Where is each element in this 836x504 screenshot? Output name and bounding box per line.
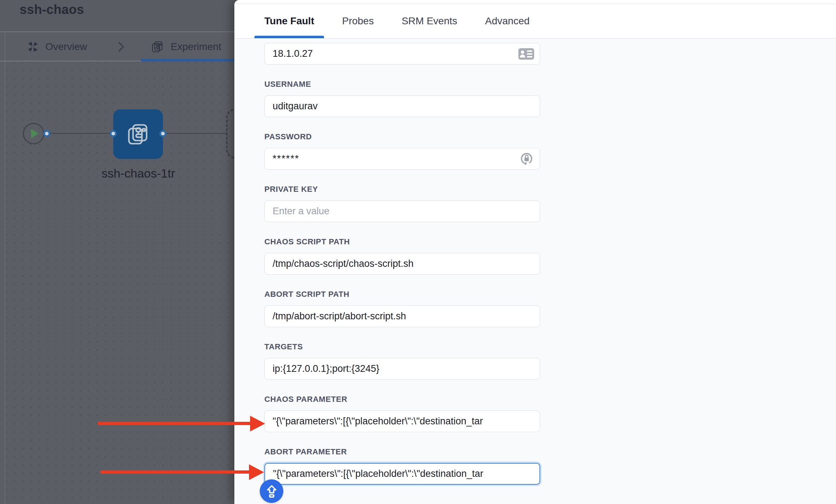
abort-parameter-label: ABORT PARAMETER [264, 448, 540, 456]
password-reset-icon[interactable] [519, 151, 534, 167]
password-input[interactable] [264, 148, 540, 170]
chevron-right-icon [118, 41, 124, 52]
annotation-arrow-abort-parameter-head [249, 464, 264, 480]
chaos-parameter-field-row [264, 410, 540, 432]
targets-input[interactable] [264, 358, 540, 380]
annotation-arrow-chaos-parameter-line [98, 422, 251, 425]
abort-parameter-field-row [264, 463, 540, 485]
contact-card-icon[interactable] [518, 48, 534, 60]
tab-srm-events[interactable]: SRM Events [392, 4, 467, 38]
experiment-cards-icon [151, 40, 164, 54]
pipeline-start-node[interactable] [23, 123, 44, 144]
abort-script-path-field-row [264, 305, 540, 327]
play-icon [31, 129, 39, 138]
page-title: ssh-chaos [20, 2, 84, 17]
host-field-row [264, 43, 540, 65]
username-field-row [264, 95, 540, 117]
upload-arrow-icon [266, 485, 278, 498]
breadcrumb-experiment[interactable]: Experiment [151, 40, 222, 54]
password-label: PASSWORD [264, 133, 540, 141]
drawer-tabbar: Tune Fault Probes SRM Events Advanced [234, 4, 836, 39]
start-out-port [43, 130, 50, 137]
username-input[interactable] [264, 95, 540, 117]
tab-probes[interactable]: Probes [332, 4, 384, 38]
node-label: ssh-chaos-1tr [88, 166, 188, 180]
host-input[interactable] [264, 43, 540, 65]
tune-fault-form: USERNAME PASSWORD PRIVATE KEY CHAOS SCRI… [234, 39, 836, 485]
abort-script-path-label: ABORT SCRIPT PATH [264, 290, 540, 298]
edge-start-to-node [45, 133, 113, 134]
fault-node-ssh-chaos[interactable] [113, 109, 163, 159]
apply-changes-button[interactable] [260, 479, 283, 503]
abort-parameter-input[interactable] [264, 463, 540, 485]
fault-node-cards-icon [126, 122, 151, 147]
node-in-port [110, 130, 117, 137]
breadcrumb-overview-label: Overview [45, 41, 87, 53]
tab-advanced[interactable]: Advanced [475, 4, 540, 38]
chaos-script-path-field-row [264, 253, 540, 275]
edge-node-to-add [163, 133, 226, 134]
annotation-arrow-chaos-parameter-head [250, 416, 265, 431]
abort-script-path-input[interactable] [264, 305, 540, 327]
targets-label: TARGETS [264, 343, 540, 351]
overview-pinwheel-icon [27, 41, 39, 53]
username-label: USERNAME [264, 80, 540, 88]
private-key-field-row [264, 200, 540, 222]
password-field-row [264, 148, 540, 170]
private-key-input[interactable] [264, 200, 540, 222]
drawer-top-strip [234, 0, 836, 4]
node-out-port [159, 130, 166, 137]
chaos-parameter-label: CHAOS PARAMETER [264, 395, 540, 403]
breadcrumb-overview[interactable]: Overview [27, 41, 87, 53]
targets-field-row [264, 358, 540, 380]
chaos-script-path-input[interactable] [264, 253, 540, 275]
chaos-parameter-input[interactable] [264, 410, 540, 432]
active-breadcrumb-underline [141, 59, 244, 61]
private-key-label: PRIVATE KEY [264, 185, 540, 193]
annotation-arrow-abort-parameter-line [100, 470, 250, 474]
breadcrumb-experiment-label: Experiment [171, 41, 222, 53]
tab-tune-fault[interactable]: Tune Fault [254, 4, 324, 38]
tune-fault-drawer: Tune Fault Probes SRM Events Advanced US… [234, 0, 836, 504]
chaos-script-path-label: CHAOS SCRIPT PATH [264, 238, 540, 246]
